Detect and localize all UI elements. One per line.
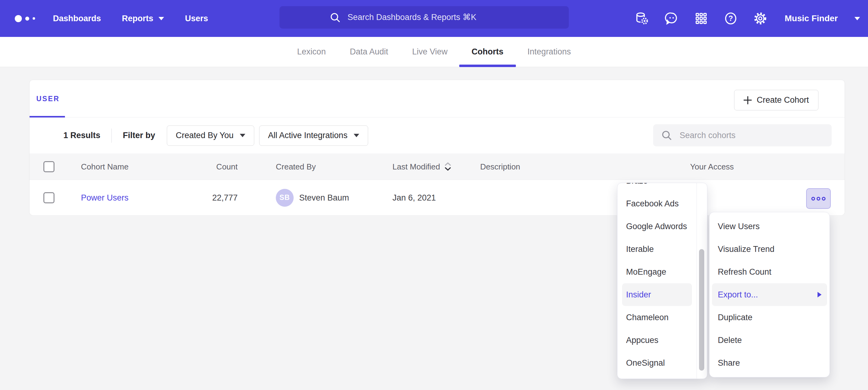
create-cohort-label: Create Cohort	[756, 95, 809, 105]
dot-icon	[811, 197, 815, 200]
cohort-search-box[interactable]	[653, 124, 832, 147]
last-modified-value: Jan 6, 2021	[393, 193, 436, 202]
header-description: Description	[480, 162, 520, 171]
menu-item-duplicate[interactable]: Duplicate	[712, 306, 827, 329]
menu-item-appcues[interactable]: Appcues	[622, 329, 692, 352]
row-actions-menu: View Users Visualize Trend Refresh Count…	[709, 212, 830, 378]
global-search-input[interactable]	[347, 12, 519, 23]
nav-users[interactable]: Users	[185, 14, 208, 23]
chevron-down-icon	[240, 134, 245, 137]
select-all-checkbox[interactable]	[43, 161, 55, 172]
topbar-right-controls: ? Music Finder	[635, 0, 860, 37]
mixpanel-dots-logo[interactable]	[15, 15, 35, 22]
svg-text:?: ?	[728, 14, 733, 23]
menu-item-moengage[interactable]: MoEngage	[622, 261, 692, 283]
settings-gear-icon[interactable]	[753, 11, 767, 26]
logo-dot-small	[33, 17, 35, 20]
cohort-search-input[interactable]	[679, 130, 824, 140]
header-count: Count	[183, 162, 238, 171]
row-checkbox[interactable]	[43, 192, 55, 203]
help-icon[interactable]: ?	[724, 11, 738, 26]
created-by-name: Steven Baum	[299, 193, 349, 202]
created-by-filter-value: Created By You	[176, 131, 234, 140]
logo-dot-medium	[25, 17, 29, 21]
tab-data-audit[interactable]: Data Audit	[350, 37, 388, 67]
menu-item-view-users[interactable]: View Users	[712, 215, 827, 238]
tab-live-view[interactable]: Live View	[412, 37, 447, 67]
project-chevron-down-icon[interactable]	[855, 17, 860, 20]
menu-item-google-adwords[interactable]: Google Adwords	[622, 215, 692, 238]
cohort-table-row[interactable]: Power Users 22,777 SB Steven Baum Jan 6,…	[30, 180, 845, 215]
section-tabs: Lexicon Data Audit Live View Cohorts Int…	[0, 37, 868, 67]
results-count: 1 Results	[63, 131, 100, 140]
project-name[interactable]: Music Finder	[784, 13, 838, 23]
integrations-filter-value: All Active Integrations	[268, 131, 347, 140]
table-header: Cohort Name Count Created By Last Modifi…	[30, 154, 845, 180]
tab-integrations[interactable]: Integrations	[528, 37, 571, 67]
plus-icon	[744, 96, 752, 104]
logo-dot-large	[15, 15, 22, 22]
header-last-modified[interactable]: Last Modified	[393, 162, 452, 171]
chevron-down-icon	[158, 17, 164, 20]
last-modified-label: Last Modified	[393, 162, 440, 171]
menu-item-facebook-ads[interactable]: Facebook Ads	[622, 192, 692, 215]
toolbar-divider	[112, 129, 112, 143]
tab-lexicon[interactable]: Lexicon	[297, 37, 326, 67]
export-to-label: Export to...	[718, 290, 758, 300]
dot-icon	[822, 197, 826, 200]
nav-reports[interactable]: Reports	[122, 14, 164, 23]
menu-item-onesignal[interactable]: OneSignal	[622, 352, 692, 374]
header-your-access: Your Access	[690, 162, 734, 171]
nav-reports-label: Reports	[122, 14, 153, 23]
menu-item-share[interactable]: Share	[712, 352, 827, 374]
header-created-by: Created By	[276, 162, 316, 171]
create-cohort-button[interactable]: Create Cohort	[734, 90, 818, 110]
data-settings-icon[interactable]	[635, 11, 649, 26]
nav-dashboards[interactable]: Dashboards	[53, 14, 101, 23]
cohorts-panel: USER Create Cohort 1 Results Filter by C…	[29, 80, 845, 215]
top-app-bar: Dashboards Reports Users	[0, 0, 868, 37]
export-menu-scrollbar-thumb[interactable]	[699, 249, 704, 370]
chevron-down-icon	[354, 134, 359, 137]
nav-dashboards-label: Dashboards	[53, 14, 101, 23]
menu-item-delete[interactable]: Delete	[712, 329, 827, 352]
cohort-name-link[interactable]: Power Users	[81, 193, 129, 202]
menu-item-chameleon[interactable]: Chameleon	[622, 306, 692, 329]
export-destinations-list: Braze Facebook Ads Google Adwords Iterab…	[617, 183, 696, 379]
feedback-icon[interactable]	[664, 11, 679, 26]
sort-icon	[444, 162, 452, 171]
row-more-options-button[interactable]	[806, 188, 831, 209]
menu-item-export-to[interactable]: Export to...	[712, 283, 827, 306]
menu-item-braze[interactable]: Braze	[622, 183, 692, 192]
user-type-tab[interactable]: USER	[36, 95, 60, 103]
tab-cohorts[interactable]: Cohorts	[471, 37, 503, 67]
integrations-filter-dropdown[interactable]: All Active Integrations	[259, 126, 368, 146]
menu-item-iterable[interactable]: Iterable	[622, 238, 692, 261]
created-by-filter-dropdown[interactable]: Created By You	[167, 126, 254, 146]
menu-item-refresh-count[interactable]: Refresh Count	[712, 261, 827, 283]
apps-grid-icon[interactable]	[694, 11, 708, 26]
export-destinations-menu: Braze Facebook Ads Google Adwords Iterab…	[617, 183, 707, 379]
chevron-right-icon	[817, 292, 822, 297]
filter-toolbar: 1 Results Filter by Created By You All A…	[30, 118, 845, 154]
search-icon	[329, 11, 341, 24]
top-nav: Dashboards Reports Users	[53, 14, 208, 23]
global-search-bar[interactable]	[279, 6, 569, 29]
nav-users-label: Users	[185, 14, 208, 23]
cohort-count: 22,777	[183, 193, 238, 202]
panel-header: USER Create Cohort	[30, 80, 845, 118]
header-cohort-name: Cohort Name	[81, 162, 129, 171]
cohorts-page: Dashboards Reports Users	[0, 0, 868, 390]
menu-item-insider[interactable]: Insider	[622, 283, 692, 306]
search-icon	[660, 129, 673, 141]
dot-icon	[816, 197, 820, 200]
export-menu-scrollbar-track[interactable]	[696, 183, 707, 379]
avatar: SB	[276, 189, 293, 207]
filter-by-label: Filter by	[123, 131, 155, 140]
menu-item-visualize-trend[interactable]: Visualize Trend	[712, 238, 827, 261]
